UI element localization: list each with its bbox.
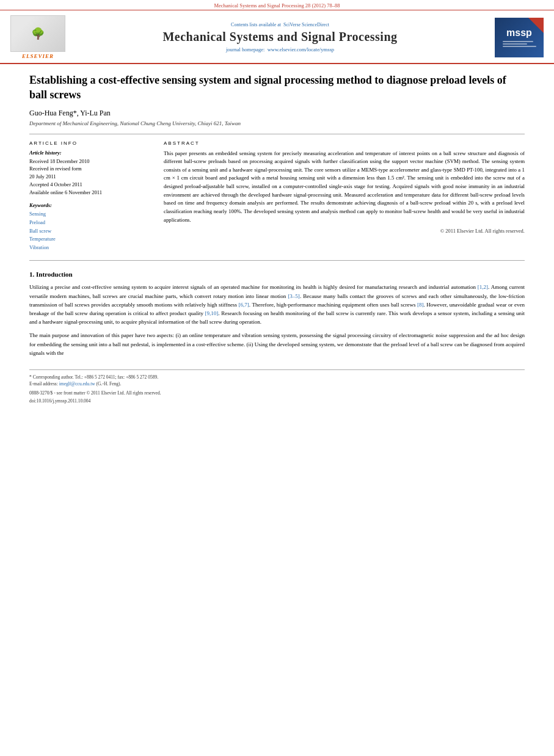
- right-column: ABSTRACT This paper presents an embedded…: [164, 140, 525, 252]
- keywords-block: Keywords: Sensing Preload Ball screw Tem…: [29, 202, 151, 252]
- doi-line: doi:10.1016/j.ymssp.2011.10.004: [29, 398, 525, 404]
- homepage-label: journal homepage:: [226, 46, 265, 53]
- journal-citation-bar: Mechanical Systems and Signal Processing…: [0, 0, 554, 10]
- divider-1: [29, 134, 525, 134]
- journal-title: Mechanical Systems and Signal Processing: [75, 30, 486, 44]
- mssp-logo-area: mssp: [492, 18, 547, 57]
- available-date: Available online 6 November 2011: [29, 189, 151, 197]
- mssp-decorative-lines: [503, 41, 536, 47]
- keyword-4[interactable]: Temperature: [29, 235, 151, 244]
- mssp-line-2: [503, 43, 527, 45]
- email-label: E-mail address:: [29, 381, 59, 387]
- divider-2: [29, 260, 525, 261]
- keyword-1[interactable]: Sensing: [29, 210, 151, 219]
- sciverse-prefix: Contents lists available at: [231, 22, 281, 27]
- affiliation: Department of Mechanical Engineering, Na…: [29, 120, 525, 126]
- accepted-date: Accepted 4 October 2011: [29, 181, 151, 189]
- email-link[interactable]: imeglf@ccu.edu.tw: [59, 381, 95, 387]
- article-info-header: ARTICLE INFO: [29, 140, 151, 146]
- doi-text: doi:10.1016/j.ymssp.2011.10.004: [29, 398, 90, 404]
- footnote-section: * Corresponding author. Tel.: +886 5 272…: [29, 369, 525, 404]
- ref-9-10[interactable]: [9,10]: [205, 310, 219, 316]
- journal-citation-text: Mechanical Systems and Signal Processing…: [214, 2, 340, 9]
- homepage-url[interactable]: www.elsevier.com/locate/ymssp: [268, 46, 334, 53]
- intro-paragraph-2: The main purpose and innovation of this …: [29, 331, 525, 357]
- left-column: ARTICLE INFO Article history: Received 1…: [29, 140, 151, 252]
- copyright-line: © 2011 Elsevier Ltd. All rights reserved…: [164, 228, 525, 234]
- keywords-label: Keywords:: [29, 202, 151, 208]
- sciverse-link[interactable]: SciVerse ScienceDirect: [283, 22, 329, 27]
- abstract-text: This paper presents an embedded sensing …: [164, 150, 525, 225]
- intro-title: 1. Introduction: [29, 271, 525, 278]
- abstract-header: ABSTRACT: [164, 140, 525, 146]
- article-history-block: Article history: Received 18 December 20…: [29, 150, 151, 197]
- ref-6-7[interactable]: [6,7]: [239, 302, 249, 308]
- corresponding-author-note: * Corresponding author. Tel.: +886 5 272…: [29, 374, 525, 380]
- mssp-line-1: [503, 41, 533, 42]
- author-names: Guo-Hua Feng*, Yi-Lu Pan: [29, 109, 111, 117]
- two-column-layout: ARTICLE INFO Article history: Received 1…: [29, 140, 525, 252]
- elsevier-tree-icon: 🌳: [31, 27, 45, 40]
- history-label: Article history:: [29, 150, 151, 156]
- elsevier-label: ELSEVIER: [22, 53, 54, 59]
- intro-paragraph-1: Utilizing a precise and cost-effective s…: [29, 283, 525, 326]
- issn-line: 0888-3270/$ - see front matter © 2011 El…: [29, 390, 525, 396]
- issn-text: 0888-3270/$ - see front matter © 2011 El…: [29, 390, 161, 396]
- main-content: Establishing a cost-effective sensing sy…: [0, 64, 554, 412]
- journal-homepage: journal homepage: www.elsevier.com/locat…: [75, 46, 486, 53]
- elsevier-logo-area: 🌳 ELSEVIER: [7, 15, 68, 59]
- keyword-3[interactable]: Ball screw: [29, 227, 151, 236]
- elsevier-logo-image: 🌳: [10, 15, 65, 52]
- ref-3-5[interactable]: [3–5]: [288, 293, 300, 299]
- received-date: Received 18 December 2010: [29, 158, 151, 165]
- email-name: (G.-H. Feng).: [95, 381, 122, 387]
- email-note: E-mail address: imeglf@ccu.edu.tw (G.-H.…: [29, 380, 525, 387]
- mssp-line-3: [503, 46, 536, 47]
- mssp-logo-box: mssp: [495, 18, 544, 57]
- revised-date: 20 July 2011: [29, 173, 151, 181]
- mssp-red-corner-icon: [528, 18, 544, 33]
- revised-label: Received in revised form: [29, 165, 151, 173]
- authors: Guo-Hua Feng*, Yi-Lu Pan: [29, 109, 525, 118]
- journal-header: 🌳 ELSEVIER Contents lists available at S…: [0, 10, 554, 64]
- sciverse-line: Contents lists available at SciVerse Sci…: [75, 22, 486, 27]
- keyword-2[interactable]: Preload: [29, 219, 151, 227]
- keyword-5[interactable]: Vibration: [29, 244, 151, 252]
- ref-1-2[interactable]: [1,2]: [478, 284, 488, 290]
- journal-title-center: Contents lists available at SciVerse Sci…: [75, 22, 486, 53]
- introduction-section: 1. Introduction Utilizing a precise and …: [29, 271, 525, 357]
- paper-title: Establishing a cost-effective sensing sy…: [29, 73, 525, 103]
- ref-8[interactable]: [8]: [417, 302, 424, 308]
